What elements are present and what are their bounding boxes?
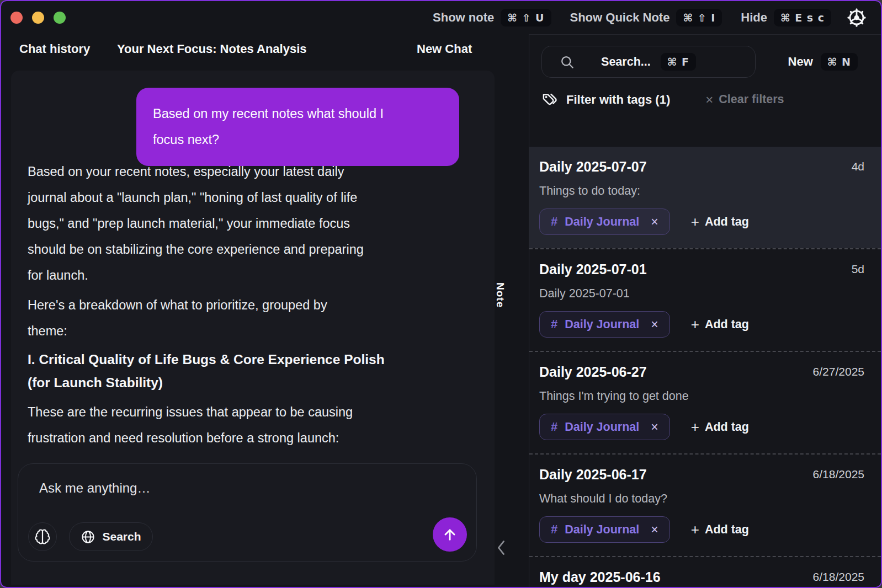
note-preview: Things to do today: <box>539 184 864 198</box>
titlebar: Show note ⌘ ⇧ U Show Quick Note ⌘ ⇧ I Hi… <box>1 1 881 34</box>
plus-icon: + <box>691 420 699 434</box>
titlebar-actions: Show note ⌘ ⇧ U Show Quick Note ⌘ ⇧ I Hi… <box>423 6 881 30</box>
ai-model-button[interactable] <box>28 522 57 551</box>
tag-pill[interactable]: # Daily Journal × <box>539 311 670 338</box>
hash-icon: # <box>551 317 557 332</box>
settings-button[interactable] <box>844 6 869 30</box>
note-title: Daily 2025-06-27 <box>539 364 647 380</box>
chat-history-button[interactable]: Chat history <box>19 42 90 56</box>
filter-with-tags-button[interactable]: Filter with tags (1) <box>566 93 670 107</box>
assistant-heading: I. Critical Quality of Life Bugs & Core … <box>28 348 475 394</box>
note-title: Daily 2025-06-17 <box>539 467 647 483</box>
assistant-paragraph: Based on your recent notes, especially y… <box>28 159 475 288</box>
minimize-window-button[interactable] <box>32 12 44 24</box>
tag-label: Daily Journal <box>565 523 639 537</box>
note-date: 4d <box>852 159 864 173</box>
tag-pill[interactable]: # Daily Journal × <box>539 209 670 235</box>
note-date: 6/18/2025 <box>813 467 864 481</box>
plus-icon: + <box>691 317 699 332</box>
show-note-action[interactable]: Show note ⌘ ⇧ U <box>433 9 551 26</box>
note-card[interactable]: Daily 2025-06-27 6/27/2025 Things I'm tr… <box>529 351 881 453</box>
note-date: 5d <box>852 261 864 276</box>
note-preview: Things I'm trying to get done <box>539 389 864 403</box>
add-tag-label: Add tag <box>705 318 749 332</box>
close-window-button[interactable] <box>10 12 23 24</box>
note-tab[interactable]: Note <box>494 282 506 308</box>
add-tag-button[interactable]: + Add tag <box>691 317 749 332</box>
collapse-panel-button[interactable] <box>496 539 506 556</box>
search-shortcut: ⌘ F <box>661 53 696 71</box>
note-card[interactable]: Daily 2025-06-17 6/18/2025 What should I… <box>529 453 881 556</box>
note-card[interactable]: Daily 2025-07-07 4d Things to do today: … <box>529 147 881 248</box>
notes-search-box[interactable]: Search... ⌘ F <box>541 46 756 78</box>
chevron-left-icon <box>496 539 506 556</box>
hide-action[interactable]: Hide ⌘ E s c <box>741 9 831 26</box>
search-icon <box>560 55 575 70</box>
plus-icon: + <box>691 215 699 229</box>
hash-icon: # <box>551 420 557 434</box>
tag-pill[interactable]: # Daily Journal × <box>539 516 670 543</box>
send-button[interactable] <box>433 517 467 552</box>
hash-icon: # <box>551 215 557 229</box>
web-search-toggle[interactable]: Search <box>69 522 153 551</box>
remove-tag-icon[interactable]: × <box>651 215 658 229</box>
filter-row: Filter with tags (1) × Clear filters <box>529 91 881 108</box>
plus-icon: + <box>691 522 699 537</box>
zoom-window-button[interactable] <box>54 12 66 24</box>
chat-input-container: Search <box>18 463 477 562</box>
note-title: Daily 2025-07-07 <box>539 159 647 175</box>
note-preview: What should I do today? <box>539 492 864 506</box>
show-note-shortcut: ⌘ ⇧ U <box>501 9 551 26</box>
arrow-up-icon <box>441 526 459 543</box>
note-card[interactable]: My day 2025-06-16 6/18/2025 <box>529 556 881 587</box>
new-note-label: New <box>788 55 813 69</box>
clear-filters-button[interactable]: × Clear filters <box>705 92 784 108</box>
hide-shortcut: ⌘ E s c <box>774 9 831 26</box>
add-tag-button[interactable]: + Add tag <box>691 215 749 229</box>
chat-panel: Chat history Your Next Focus: Notes Anal… <box>1 34 528 587</box>
hide-label[interactable]: Hide <box>741 10 767 25</box>
user-message-bubble: Based on my recent notes what should I f… <box>136 88 459 166</box>
tag-label: Daily Journal <box>565 318 639 332</box>
add-tag-label: Add tag <box>705 420 749 434</box>
gear-icon <box>846 7 868 29</box>
remove-tag-icon[interactable]: × <box>651 522 658 537</box>
new-note-shortcut: ⌘ N <box>821 53 858 71</box>
show-quick-note-label[interactable]: Show Quick Note <box>570 10 670 25</box>
note-date: 6/27/2025 <box>813 364 864 378</box>
web-search-label: Search <box>102 530 141 543</box>
app-window: Show note ⌘ ⇧ U Show Quick Note ⌘ ⇧ I Hi… <box>0 0 882 588</box>
show-note-label[interactable]: Show note <box>433 10 494 25</box>
search-placeholder: Search... <box>601 55 651 69</box>
notes-panel: Search... ⌘ F New ⌘ N Filter with tags (… <box>529 34 881 587</box>
note-list: Daily 2025-07-07 4d Things to do today: … <box>529 147 881 587</box>
new-chat-button[interactable]: New Chat <box>417 42 472 56</box>
assistant-paragraph: These are the recurring issues that appe… <box>28 399 475 451</box>
tag-pill[interactable]: # Daily Journal × <box>539 414 670 440</box>
new-note-button[interactable]: New ⌘ N <box>788 53 858 71</box>
traffic-lights <box>10 12 66 24</box>
note-preview: Daily 2025-07-01 <box>539 287 864 301</box>
note-title: My day 2025-06-16 <box>539 569 661 585</box>
tags-icon <box>541 91 559 108</box>
assistant-paragraph: Here's a breakdown of what to prioritize… <box>28 292 475 344</box>
tag-label: Daily Journal <box>565 420 639 434</box>
hash-icon: # <box>551 522 557 537</box>
tag-label: Daily Journal <box>565 215 639 229</box>
note-card[interactable]: Daily 2025-07-01 5d Daily 2025-07-01 # D… <box>529 248 881 351</box>
add-tag-button[interactable]: + Add tag <box>691 522 749 537</box>
chat-header: Chat history Your Next Focus: Notes Anal… <box>1 34 528 70</box>
add-tag-button[interactable]: + Add tag <box>691 420 749 434</box>
add-tag-label: Add tag <box>705 215 749 229</box>
chat-input[interactable] <box>39 480 410 514</box>
chat-title: Your Next Focus: Notes Analysis <box>117 42 307 56</box>
show-quick-note-action[interactable]: Show Quick Note ⌘ ⇧ I <box>570 9 722 26</box>
note-title: Daily 2025-07-01 <box>539 261 647 277</box>
brain-icon <box>34 528 51 545</box>
notes-toolbar: Search... ⌘ F New ⌘ N <box>529 35 881 78</box>
remove-tag-icon[interactable]: × <box>651 317 658 332</box>
clear-filters-label: Clear filters <box>719 93 784 106</box>
remove-tag-icon[interactable]: × <box>651 420 658 435</box>
clear-x-icon: × <box>705 92 713 108</box>
assistant-message: Based on your recent notes, especially y… <box>28 159 475 455</box>
